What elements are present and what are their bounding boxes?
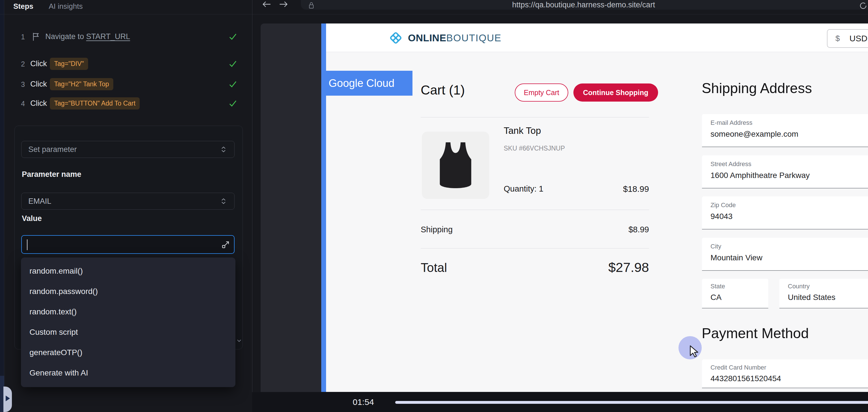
- street-address-value: 1600 Amphitheatre Parkway: [711, 171, 810, 180]
- divider: [421, 117, 649, 117]
- cart-title: Cart (1): [421, 82, 465, 98]
- total-value: $27.98: [608, 260, 649, 275]
- app-root: Steps AI insights 1 Navigate to START_UR…: [0, 0, 868, 412]
- check-icon: [228, 60, 238, 68]
- shipping-address-title: Shipping Address: [702, 80, 812, 97]
- check-icon: [228, 32, 238, 41]
- timeline-bar: 01:54: [252, 392, 868, 412]
- step-number: 2: [21, 60, 25, 68]
- currency-code: USD: [849, 34, 867, 43]
- step-target-badge: Tag="H2" Tank Top: [50, 78, 113, 90]
- credit-card-label: Credit Card Number: [711, 364, 766, 371]
- country-field[interactable]: Country United States: [779, 279, 868, 308]
- google-cloud-badge: Google Cloud: [321, 71, 412, 96]
- suggestion-custom-script[interactable]: Custom script: [21, 322, 236, 342]
- refresh-icon[interactable]: [858, 1, 868, 10]
- zip-code-field[interactable]: Zip Code 94043: [702, 196, 868, 230]
- step-row-1[interactable]: 1 Navigate to START_URL: [11, 31, 244, 44]
- shipping-cost-label: Shipping: [421, 225, 453, 234]
- left-edge-strip: [0, 0, 4, 376]
- country-value: United States: [788, 293, 835, 302]
- value-input[interactable]: [21, 235, 235, 254]
- street-address-field[interactable]: Street Address 1600 Amphitheatre Parkway: [702, 156, 868, 188]
- step-row-3[interactable]: 3 Click Tag="H2" Tank Top: [11, 78, 244, 92]
- step-row-2[interactable]: 2 Click Tag="DIV": [11, 58, 244, 71]
- viewport-backdrop: [260, 24, 321, 392]
- zip-code-value: 94043: [711, 212, 733, 221]
- email-field-label: E-mail Address: [711, 119, 752, 127]
- total-label: Total: [421, 261, 447, 275]
- select-chevrons-icon: [220, 145, 227, 153]
- start-url-link[interactable]: START_URL: [86, 32, 130, 41]
- forward-icon[interactable]: [278, 0, 289, 8]
- divider: [421, 248, 649, 248]
- tab-ai-insights[interactable]: AI insights: [49, 0, 83, 12]
- play-icon: [6, 396, 10, 401]
- street-address-label: Street Address: [711, 161, 751, 168]
- city-value: Mountain View: [711, 253, 762, 262]
- parameter-name-select[interactable]: EMAIL: [21, 193, 235, 210]
- back-icon[interactable]: [261, 0, 272, 8]
- header-divider: [0, 14, 868, 14]
- product-quantity: Quantity: 1: [504, 184, 544, 194]
- suggestion-random-password[interactable]: random.password(): [21, 281, 236, 302]
- step-number: 1: [21, 33, 25, 41]
- product-sku: SKU #66VCHSJNUP: [504, 145, 565, 152]
- select-chevrons-icon: [220, 197, 227, 205]
- url-text: https://qa.boutique.harness-demo.site/ca…: [340, 1, 827, 9]
- timeline-progress[interactable]: [395, 401, 868, 404]
- hidden-select-chevron-icon: [236, 337, 243, 344]
- credit-card-field[interactable]: Credit Card Number 4432801561520454: [702, 359, 868, 388]
- step-action: Navigate to: [45, 32, 84, 41]
- action-type-select[interactable]: Set parameter: [21, 141, 235, 158]
- step-action: Click: [30, 60, 47, 68]
- mouse-cursor-icon: [688, 345, 701, 359]
- tab-steps[interactable]: Steps: [13, 0, 33, 12]
- step-number: 3: [21, 80, 25, 89]
- flag-icon: [32, 32, 40, 41]
- currency-symbol: $: [835, 34, 840, 43]
- check-icon: [228, 80, 238, 89]
- action-type-select-value: Set parameter: [28, 145, 77, 154]
- product-image: [422, 132, 489, 199]
- expand-icon[interactable]: [221, 240, 230, 249]
- timeline-timestamp: 01:54: [353, 392, 374, 412]
- logo-text-light: BOUTIQUE: [446, 32, 501, 43]
- site-logo[interactable]: ONLINEBOUTIQUE: [388, 30, 501, 46]
- suggestion-random-email[interactable]: random.email(): [21, 261, 236, 281]
- value-label: Value: [22, 214, 42, 223]
- empty-cart-button[interactable]: Empty Cart: [515, 83, 568, 102]
- step-action-label: Navigate to START_URL: [45, 32, 130, 41]
- city-label: City: [711, 243, 721, 250]
- parameter-name-select-value: EMAIL: [28, 197, 51, 206]
- step-number: 4: [21, 100, 25, 108]
- step-target-badge: Tag="DIV": [50, 58, 88, 70]
- lock-icon: [307, 1, 316, 10]
- suggestion-generate-otp[interactable]: generateOTP(): [21, 342, 236, 363]
- panel-divider: [252, 0, 252, 412]
- value-suggestions-dropdown: random.email() random.password() random.…: [21, 258, 236, 387]
- suggestion-random-text[interactable]: random.text(): [21, 302, 236, 322]
- check-icon: [228, 99, 238, 108]
- parameter-name-label: Parameter name: [22, 170, 81, 179]
- logo-text-bold: ONLINE: [408, 32, 446, 43]
- divider: [421, 210, 649, 210]
- drawer-handle[interactable]: [3, 386, 12, 412]
- zip-code-label: Zip Code: [711, 202, 736, 209]
- step-action: Click: [30, 80, 47, 89]
- suggestion-generate-with-ai[interactable]: Generate with AI: [21, 363, 236, 383]
- text-caret: [27, 239, 28, 250]
- state-label: State: [711, 283, 725, 290]
- state-field[interactable]: State CA: [702, 279, 768, 308]
- continue-shopping-button[interactable]: Continue Shopping: [574, 83, 658, 102]
- tank-top-image: [434, 140, 477, 191]
- product-name: Tank Top: [504, 125, 541, 136]
- step-action: Click: [30, 99, 47, 108]
- email-field[interactable]: E-mail Address someone@example.com: [702, 114, 868, 147]
- currency-selector[interactable]: $ USD: [827, 29, 868, 48]
- city-field[interactable]: City Mountain View: [702, 238, 868, 271]
- logo-text: ONLINEBOUTIQUE: [408, 32, 501, 43]
- step-row-4[interactable]: 4 Click Tag="BUTTON" Add To Cart: [11, 97, 244, 111]
- product-price: $18.99: [623, 184, 649, 194]
- shipping-cost-value: $8.99: [628, 225, 649, 234]
